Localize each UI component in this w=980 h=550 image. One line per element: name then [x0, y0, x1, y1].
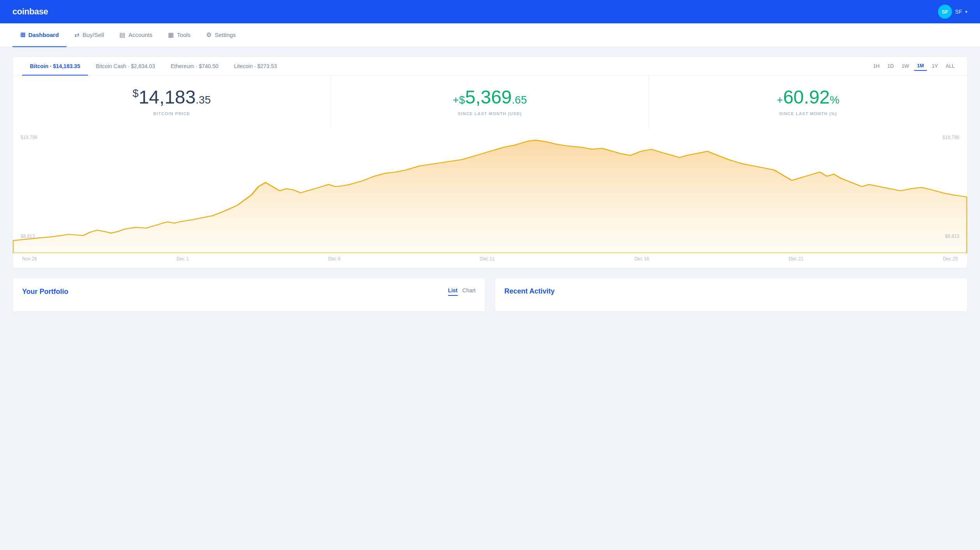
- chart-svg: [13, 128, 967, 253]
- chevron-down-icon: ▾: [965, 9, 968, 14]
- nav-item-dashboard[interactable]: ⊞ Dashboard: [12, 23, 66, 47]
- chart-y-low-right: $8,813: [945, 234, 959, 239]
- activity-title: Recent Activity: [504, 287, 555, 295]
- main-nav: ⊞ Dashboard ⇄ Buy/Sell ▤ Accounts ▦ Tool…: [0, 23, 980, 47]
- price-tab-bitcoin[interactable]: Bitcoin · $14,183.35: [22, 57, 88, 76]
- nav-item-buysell[interactable]: ⇄ Buy/Sell: [66, 23, 112, 47]
- tools-icon: ▦: [168, 31, 174, 39]
- nav-label-settings: Settings: [215, 32, 236, 38]
- stat-bitcoin-price: $14,183.35 BITCOIN PRICE: [13, 76, 331, 128]
- stat-change-usd: +$5,369.65 SINCE LAST MONTH (USD): [331, 76, 649, 128]
- chart-area: $19,796 $8,813 $19,796 $8,813 Nov 2: [13, 128, 967, 268]
- price-tab-litecoin[interactable]: Litecoin · $273.53: [226, 57, 285, 76]
- recent-activity-card: Recent Activity: [495, 278, 968, 312]
- time-filters: 1H 1D 1W 1M 1Y ALL: [870, 61, 958, 71]
- portfolio-view-tabs: List Chart: [448, 287, 476, 296]
- tab-name-bitcoincash: Bitcoin Cash ·: [96, 63, 131, 69]
- change-pct-label: SINCE LAST MONTH (%): [658, 111, 958, 116]
- tab-price-bitcoin: $14,183.35: [53, 63, 80, 69]
- chart-y-low-left: $8,813: [21, 234, 35, 239]
- chart-path: [13, 140, 967, 253]
- avatar: SF: [938, 5, 952, 19]
- chart-x-labels: Nov 26 Dec 1 Dec 6 Dec 11 Dec 16 Dec 21 …: [13, 253, 967, 268]
- nav-label-tools: Tools: [177, 32, 191, 38]
- bitcoin-price-value: $14,183.35: [22, 88, 321, 107]
- x-label-dec16: Dec 16: [634, 256, 649, 262]
- change-usd-value: +$5,369.65: [340, 88, 639, 107]
- time-btn-1y[interactable]: 1Y: [929, 62, 941, 70]
- x-label-dec6: Dec 6: [328, 256, 340, 262]
- nav-item-tools[interactable]: ▦ Tools: [160, 23, 198, 47]
- nav-label-dashboard: Dashboard: [28, 32, 59, 38]
- tab-name-litecoin: Litecoin ·: [234, 63, 257, 69]
- nav-label-accounts: Accounts: [128, 32, 152, 38]
- portfolio-card: Your Portfolio List Chart: [12, 278, 485, 312]
- x-label-nov26: Nov 26: [22, 256, 37, 262]
- price-chart: $19,796 $8,813 $19,796 $8,813: [13, 128, 967, 253]
- nav-label-buysell: Buy/Sell: [82, 32, 104, 38]
- accounts-icon: ▤: [119, 31, 125, 39]
- price-tabs-row: Bitcoin · $14,183.35 Bitcoin Cash · $2,8…: [13, 57, 967, 76]
- stat-change-pct: +60.92% SINCE LAST MONTH (%): [649, 76, 967, 128]
- chart-y-high-right: $19,796: [943, 135, 959, 140]
- tab-price-bitcoincash: $2,834.03: [131, 63, 155, 69]
- x-label-dec25: Dec 25: [943, 256, 958, 262]
- price-tab-ethereum[interactable]: Ethereum · $740.50: [163, 57, 226, 76]
- nav-item-settings[interactable]: ⚙ Settings: [198, 23, 243, 47]
- x-label-dec1: Dec 1: [177, 256, 189, 262]
- x-label-dec11: Dec 11: [480, 256, 495, 262]
- change-pct-value: +60.92%: [658, 88, 958, 107]
- header: coinbase SF SF ▾: [0, 0, 980, 23]
- view-tab-chart[interactable]: Chart: [462, 287, 476, 296]
- time-btn-1w[interactable]: 1W: [898, 62, 912, 70]
- x-label-dec21: Dec 21: [789, 256, 803, 262]
- tab-name-bitcoin: Bitcoin ·: [30, 63, 53, 69]
- price-card: Bitcoin · $14,183.35 Bitcoin Cash · $2,8…: [12, 56, 968, 268]
- price-tab-bitcoincash[interactable]: Bitcoin Cash · $2,834.03: [88, 57, 163, 76]
- stats-row: $14,183.35 BITCOIN PRICE +$5,369.65 SINC…: [13, 76, 967, 128]
- user-menu[interactable]: SF SF ▾: [938, 5, 968, 19]
- bottom-row: Your Portfolio List Chart Recent Activit…: [12, 278, 968, 312]
- time-btn-1h[interactable]: 1H: [870, 62, 883, 70]
- logo: coinbase: [12, 7, 48, 17]
- change-usd-label: SINCE LAST MONTH (USD): [340, 111, 639, 116]
- portfolio-title: Your Portfolio: [22, 288, 68, 296]
- nav-item-accounts[interactable]: ▤ Accounts: [112, 23, 160, 47]
- time-btn-1d[interactable]: 1D: [884, 62, 897, 70]
- user-label: SF: [955, 9, 962, 15]
- main-content: Bitcoin · $14,183.35 Bitcoin Cash · $2,8…: [0, 47, 980, 321]
- view-tab-list[interactable]: List: [448, 287, 458, 296]
- time-btn-1m[interactable]: 1M: [914, 61, 927, 71]
- tab-price-ethereum: $740.50: [199, 63, 219, 69]
- bitcoin-price-label: BITCOIN PRICE: [22, 111, 321, 116]
- tab-name-ethereum: Ethereum ·: [171, 63, 199, 69]
- buysell-icon: ⇄: [74, 31, 79, 39]
- chart-y-high-left: $19,796: [21, 135, 37, 140]
- portfolio-header: Your Portfolio List Chart: [22, 287, 476, 296]
- settings-icon: ⚙: [206, 31, 212, 39]
- time-btn-all[interactable]: ALL: [943, 62, 958, 70]
- dashboard-icon: ⊞: [20, 31, 25, 39]
- activity-header: Recent Activity: [504, 287, 958, 295]
- tab-price-litecoin: $273.53: [257, 63, 277, 69]
